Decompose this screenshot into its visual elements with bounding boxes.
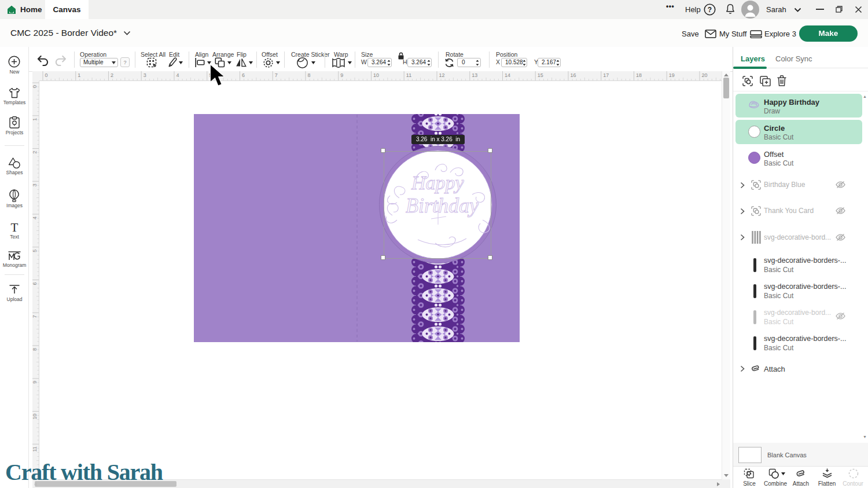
svg-text:2: 2 — [32, 151, 38, 154]
svg-text:6: 6 — [242, 72, 245, 78]
svg-text:14: 14 — [505, 72, 510, 78]
svg-text:11: 11 — [406, 72, 411, 78]
svg-text:1: 1 — [78, 72, 80, 78]
svg-text:8: 8 — [308, 72, 311, 78]
svg-text:18: 18 — [636, 72, 642, 78]
svg-text:?: ? — [708, 6, 712, 14]
svg-text:16: 16 — [571, 72, 576, 78]
svg-text:5: 5 — [32, 249, 38, 252]
svg-text:4: 4 — [32, 217, 38, 219]
svg-text:1: 1 — [32, 118, 38, 121]
svg-text:3: 3 — [32, 184, 38, 186]
svg-text:20: 20 — [702, 72, 708, 78]
svg-text:12: 12 — [439, 72, 445, 78]
svg-text:17: 17 — [603, 72, 609, 78]
svg-text:7: 7 — [275, 72, 278, 78]
svg-text:15: 15 — [538, 72, 543, 78]
svg-text:2: 2 — [111, 72, 113, 78]
svg-text:13: 13 — [472, 72, 477, 78]
svg-text:10: 10 — [373, 72, 379, 78]
svg-text:9: 9 — [32, 381, 38, 384]
svg-text:9: 9 — [340, 72, 343, 78]
svg-text:6: 6 — [32, 282, 38, 285]
svg-text:19: 19 — [669, 72, 675, 78]
svg-text:8: 8 — [32, 348, 38, 351]
svg-text:11: 11 — [32, 446, 38, 452]
svg-text:4: 4 — [176, 72, 179, 78]
svg-text:10: 10 — [32, 414, 38, 420]
svg-text:0: 0 — [32, 85, 38, 88]
svg-text:7: 7 — [32, 315, 38, 318]
svg-text:0: 0 — [45, 72, 48, 78]
svg-text:3: 3 — [144, 72, 146, 78]
